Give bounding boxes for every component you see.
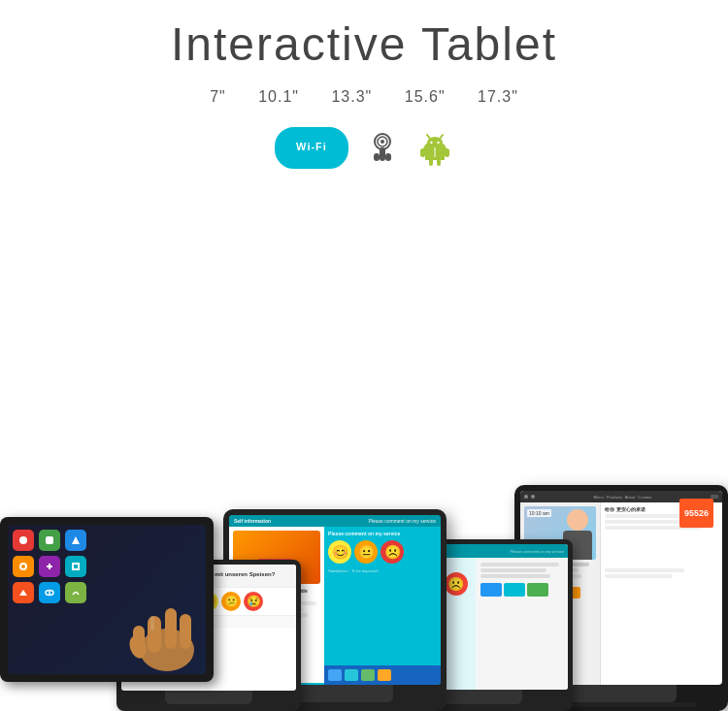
t5-nav-items: Menu · Products · About · Contact — [594, 495, 652, 500]
tablet1-wrap — [0, 517, 214, 682]
t1-icon4 — [13, 556, 34, 577]
t1-icon8 — [39, 582, 60, 603]
t4-right — [476, 558, 568, 690]
t2-smiley5: 😢 — [244, 592, 263, 611]
svg-rect-5 — [380, 147, 385, 161]
size-10: 10.1" — [258, 88, 299, 105]
tablet2-stand — [165, 691, 252, 704]
t4-line3 — [480, 574, 550, 578]
t5-person-head — [567, 509, 588, 531]
t5-dot2 — [531, 495, 535, 499]
tablet1 — [0, 517, 214, 682]
wifi-icon: Wi-Fi — [275, 127, 348, 169]
t4-line2 — [480, 568, 546, 572]
t1-hand-svg — [118, 587, 206, 674]
svg-rect-24 — [73, 564, 79, 569]
svg-rect-17 — [429, 158, 433, 166]
size-17: 17.3" — [478, 88, 518, 105]
t1-icons-grid — [13, 530, 86, 603]
svg-rect-18 — [437, 158, 441, 166]
touch-icon — [364, 130, 401, 167]
t3-smiley-happy: 😊 — [328, 540, 351, 564]
android-icon — [416, 130, 453, 167]
t4-buttons-row — [480, 583, 563, 597]
svg-rect-15 — [420, 148, 425, 157]
svg-rect-21 — [46, 536, 53, 544]
t4-smiley3: ☹️ — [445, 572, 468, 596]
svg-point-23 — [20, 564, 26, 569]
t5-dot1 — [524, 495, 528, 499]
svg-rect-16 — [445, 148, 449, 157]
t5-line4 — [605, 568, 684, 572]
t1-icon6 — [65, 556, 86, 577]
svg-point-20 — [19, 536, 27, 544]
t3-bar-icon1 — [328, 669, 342, 681]
t4-header-sub: Please comment on my service — [510, 549, 564, 554]
wifi-badge-svg: Wi-Fi — [286, 134, 337, 159]
sizes-row: 7" 10.1" 13.3" 15.6" 17.3" — [0, 88, 728, 106]
t3-smileys-row: 😊 😐 ☹️ — [328, 540, 437, 564]
svg-rect-29 — [165, 608, 177, 649]
t1-icon1 — [13, 530, 34, 551]
svg-point-4 — [381, 140, 384, 144]
page-container: Interactive Tablet 7" 10.1" 13.3" 15.6" … — [0, 0, 728, 711]
t5-time-display: 10:10 am — [527, 509, 551, 517]
svg-marker-22 — [72, 536, 80, 544]
size-7: 7" — [210, 88, 226, 105]
android-svg — [416, 130, 453, 167]
touch-svg — [364, 130, 401, 167]
tablets-section: Menu · Products · About · Contact — [0, 226, 728, 711]
svg-rect-7 — [385, 153, 391, 161]
svg-point-13 — [430, 141, 432, 143]
t3-bar-icon2 — [345, 669, 358, 681]
t3-right-title: Please comment on my service — [328, 531, 437, 536]
t3-bar-icon4 — [378, 669, 391, 681]
t4-btn2 — [504, 583, 525, 597]
t3-smiley-neutral: 😐 — [354, 540, 378, 564]
t3-labels: Satisfaction To be improved — [328, 568, 437, 573]
icons-row: Wi-Fi — [0, 127, 728, 169]
t5-right-panel: 给你 更安心的承诺 95526 — [601, 502, 722, 685]
t1-icon7 — [13, 582, 34, 603]
size-15: 15.6" — [405, 88, 446, 105]
t5-line5 — [605, 574, 673, 578]
size-13: 13.3" — [331, 88, 372, 105]
t1-hand-area — [118, 587, 206, 674]
t3-smiley-sad: ☹️ — [381, 540, 404, 564]
svg-rect-30 — [180, 614, 191, 649]
svg-line-12 — [440, 135, 443, 139]
svg-rect-6 — [374, 153, 380, 161]
t1-icon3 — [65, 530, 86, 551]
tablet5-stand-base — [566, 685, 677, 702]
t3-please-comment: Please comment on my service — [369, 518, 436, 524]
main-title: Interactive Tablet — [0, 17, 728, 71]
t3-bar-icon3 — [361, 669, 375, 681]
tablet1-screen — [8, 525, 206, 674]
t4-btn3 — [527, 583, 548, 597]
t4-line1 — [480, 563, 559, 566]
title-part2: Tablet — [407, 18, 557, 70]
svg-point-14 — [437, 141, 439, 143]
tablet2-foot — [148, 704, 270, 708]
t4-btn1 — [480, 583, 502, 597]
t1-icon9 — [65, 582, 86, 603]
title-part1: Interactive — [171, 18, 407, 70]
title-section: Interactive Tablet — [0, 0, 728, 71]
t2-smiley4: 😕 — [221, 592, 241, 611]
t5-number-box: 95526 — [679, 499, 713, 528]
t3-self-info: Self information — [234, 518, 271, 524]
t3-bottom-bar — [324, 665, 441, 685]
svg-rect-33 — [150, 616, 154, 630]
svg-line-11 — [427, 135, 430, 139]
t1-icon5 — [39, 556, 60, 577]
svg-text:Wi-Fi: Wi-Fi — [296, 141, 327, 152]
t1-content — [8, 525, 206, 674]
t5-number: 95526 — [684, 508, 709, 518]
t3-header: Self information Please comment on my se… — [229, 515, 441, 527]
t3-right-panel: Please comment on my service 😊 😐 ☹️ Sati… — [324, 527, 441, 683]
t1-icon2 — [39, 530, 60, 551]
